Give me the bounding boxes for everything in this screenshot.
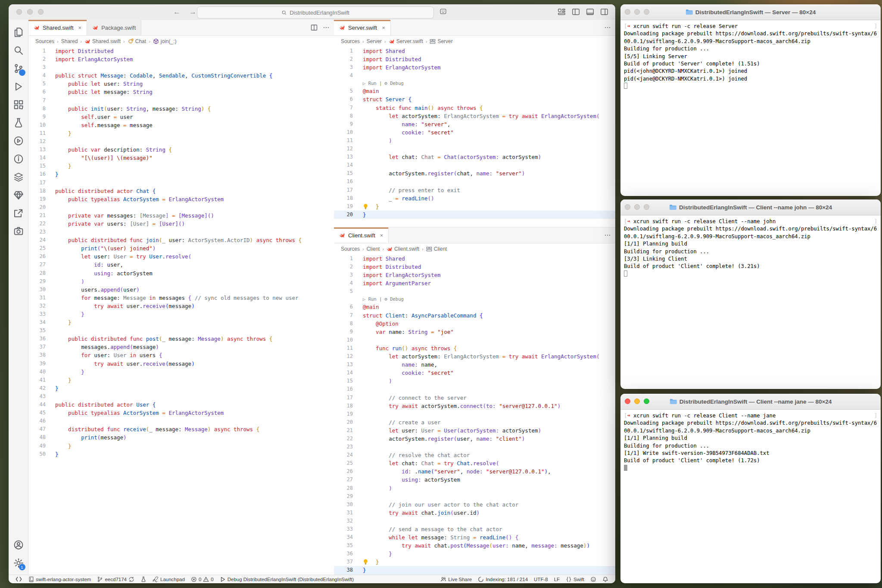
statusbar-item-indexing[interactable]: Indexing: 181 / 214 — [475, 575, 530, 583]
code-line[interactable]: 12 — [334, 145, 615, 153]
code-line[interactable]: 33 } — [28, 310, 334, 318]
code-line[interactable]: 26 id: .name("server", node: "server@127… — [334, 467, 615, 476]
code-line[interactable]: 30 // join our user actor to the chat ac… — [334, 501, 615, 509]
code-line[interactable]: 22 actorSystem.register(user, name: "cli… — [334, 435, 615, 443]
breadcrumb-shared[interactable]: Sources›Shared›Shared.swift›Chat›join(_:… — [28, 36, 334, 47]
code-line[interactable]: 25 let chat: Chat = try Chat.resolve( — [334, 459, 615, 467]
breadcrumb-client[interactable]: Sources›Client›Client.swift›Client — [334, 243, 615, 255]
code-line[interactable]: 23 — [334, 443, 615, 451]
code-line[interactable]: 32 — [334, 517, 615, 525]
code-line[interactable]: 38} — [334, 566, 615, 574]
code-line[interactable]: 4public struct Message: Codable, Sendabl… — [28, 72, 334, 80]
activity-play-circle-icon[interactable] — [11, 132, 26, 150]
code-line[interactable]: 49 } — [28, 442, 334, 450]
code-line[interactable]: 28 ) — [334, 484, 615, 492]
code-line[interactable]: 17 // press enter to exit — [334, 186, 615, 194]
code-line[interactable]: 40 } — [28, 368, 334, 376]
breadcrumb-item[interactable]: Sources — [341, 246, 360, 252]
activity-info-icon[interactable] — [11, 150, 26, 168]
code-line[interactable]: 46 — [28, 417, 334, 425]
tab-shared-swift[interactable]: Shared.swift× — [28, 20, 87, 35]
codelens[interactable]: ▷ Run | ⚙ Debug — [334, 296, 615, 303]
code-line[interactable]: 11 ) — [334, 137, 615, 145]
code-line[interactable]: 3 — [28, 63, 334, 72]
code-line[interactable]: 38 for user: User in users { — [28, 351, 334, 359]
code-line[interactable]: 23 — [28, 228, 334, 236]
breadcrumb-item[interactable]: Server.swift — [389, 38, 423, 44]
code-line[interactable]: 18 _ = readLine() — [334, 194, 615, 202]
statusbar-item[interactable] — [600, 575, 611, 583]
code-line[interactable]: 21 let user: User = User(actorSystem: ac… — [334, 426, 615, 435]
activity-run-debug-icon[interactable] — [11, 78, 26, 96]
code-line[interactable]: 5 public let user: String — [28, 80, 334, 88]
ellipsis-icon[interactable] — [604, 24, 611, 31]
code-line[interactable]: 30 users.append(user) — [28, 286, 334, 294]
code-line[interactable]: 2import ErlangActorSystem — [28, 55, 334, 63]
code-line[interactable]: 11 func run() async throws { — [334, 344, 615, 352]
code-line[interactable]: 5@main — [334, 87, 615, 95]
code-line[interactable]: 31 for message: Message in messages { //… — [28, 294, 334, 302]
breadcrumb-item[interactable]: Server — [367, 38, 382, 44]
code-line[interactable]: 24 // resolve the chat actor — [334, 451, 615, 459]
terminal-window-client-jane[interactable]: DistributedErlangInSwift — Client --name… — [620, 394, 881, 583]
titlebar[interactable]: ← → DistributedErlangInSwift — [9, 4, 615, 20]
activity-share-icon[interactable] — [11, 204, 26, 222]
code-line[interactable]: 10 — [334, 336, 615, 344]
close-window-button[interactable] — [625, 398, 630, 404]
breadcrumb-item[interactable]: Shared.swift — [84, 38, 121, 44]
code-line[interactable]: 18public distributed actor Chat { — [28, 187, 334, 195]
code-line[interactable]: 33 // send a message to the chat actor — [334, 525, 615, 533]
code-line[interactable]: 2import Distributed — [334, 263, 615, 271]
code-line[interactable]: 14 — [334, 161, 615, 169]
code-line[interactable]: 50} — [28, 450, 334, 458]
activity-extensions-icon[interactable] — [11, 96, 26, 114]
minimize-window-button[interactable] — [634, 204, 640, 210]
statusbar-item-live[interactable]: Live Share — [438, 575, 474, 583]
breadcrumb-server[interactable]: Sources›Server›Server.swift›Server — [334, 36, 615, 47]
terminal-window-client-john[interactable]: DistributedErlangInSwift — Client --name… — [620, 199, 881, 389]
activity-camera-icon[interactable] — [11, 222, 26, 240]
tab-server-swift[interactable]: Server.swift× — [334, 20, 391, 35]
statusbar-item-utf8[interactable]: UTF-8 — [531, 575, 551, 583]
minimize-window-button[interactable] — [634, 9, 640, 15]
code-line[interactable]: 13 public var description: String { — [28, 146, 334, 154]
terminal-window-controls[interactable] — [625, 9, 649, 15]
terminal-window-controls[interactable] — [625, 204, 649, 210]
minimize-window-button[interactable] — [27, 9, 33, 15]
codelens[interactable]: ▷ Run | ⚙ Debug — [334, 80, 615, 87]
code-line[interactable]: 10 cookie: "secret" — [334, 128, 615, 137]
breadcrumb-item[interactable]: Client — [426, 246, 447, 252]
statusbar-item[interactable] — [138, 575, 149, 583]
code-line[interactable]: 15 actorSystem.register(chat, name: "ser… — [334, 169, 615, 177]
code-line[interactable]: 8 @Option — [334, 320, 615, 328]
code-line[interactable]: 13 let chat: Chat = Chat(actorSystem: ac… — [334, 153, 615, 161]
code-line[interactable]: 12 let actorSystem: ErlangActorSystem = … — [334, 352, 615, 361]
code-line[interactable]: 29 ) — [28, 277, 334, 286]
terminal-titlebar[interactable]: DistributedErlangInSwift — Client --name… — [620, 199, 881, 215]
editor-client[interactable]: 1import Shared2import Distributed3import… — [334, 255, 615, 575]
zoom-window-button[interactable] — [644, 398, 649, 404]
code-line[interactable]: 4import ArgumentParser — [334, 279, 615, 287]
code-line[interactable]: 24 public distributed func join(_ user: … — [28, 236, 334, 244]
breadcrumb-item[interactable]: Chat — [128, 38, 146, 44]
code-line[interactable]: 10 self.message = message — [28, 121, 334, 129]
activity-layers-icon[interactable] — [11, 168, 26, 186]
code-line[interactable]: 1import Distributed — [28, 47, 334, 55]
activity-testing-icon[interactable] — [11, 114, 26, 132]
statusbar-item-0[interactable]: 00 — [188, 575, 216, 583]
code-line[interactable]: 17 // connect to the server — [334, 394, 615, 402]
code-line[interactable]: 9 var name: String = "joe" — [334, 328, 615, 336]
code-line[interactable]: 47 distributed func receive(_ message: M… — [28, 425, 334, 433]
code-line[interactable]: 35 try await chat.post(Message(user: nam… — [334, 541, 615, 550]
breadcrumb-item[interactable]: Client.swift — [386, 246, 419, 252]
code-line[interactable]: 36 public distributed func post(_ messag… — [28, 335, 334, 343]
statusbar-item-swift[interactable]: Swift — [563, 575, 587, 583]
statusbar-item-eecd7174[interactable]: eecd7174 — [94, 575, 137, 583]
breadcrumb-item[interactable]: Shared — [61, 38, 78, 44]
window-controls[interactable] — [16, 9, 44, 15]
terminal-content[interactable]: [➜ xcrun swift run -c release Client --n… — [620, 215, 881, 280]
code-line[interactable]: 43 — [28, 392, 334, 401]
toggle-secondary-sidebar-icon[interactable] — [600, 8, 608, 16]
code-line[interactable]: 19 } — [334, 202, 615, 211]
code-line[interactable]: 39 try await user.receive(message) — [28, 360, 334, 368]
